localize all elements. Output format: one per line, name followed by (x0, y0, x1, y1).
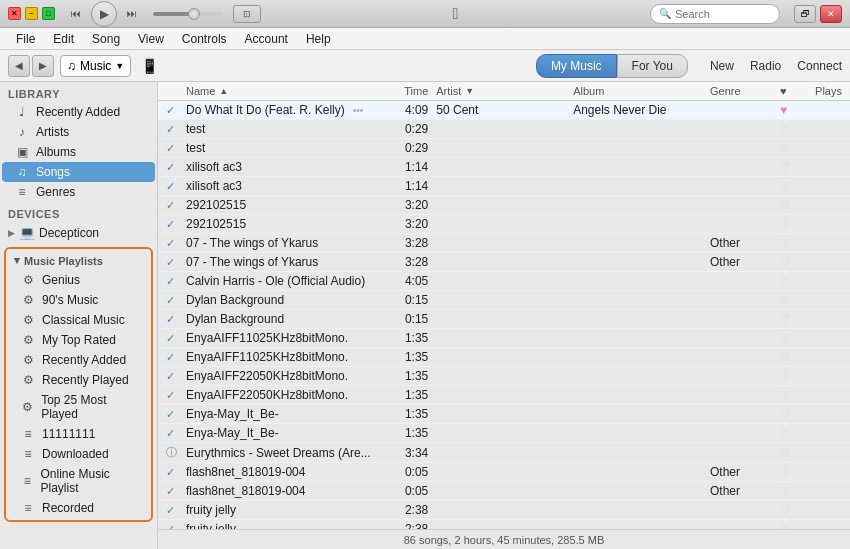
heart-icon[interactable]: ♡ (780, 408, 790, 420)
table-row[interactable]: ✓ Dylan Background 0:15 ♡ (158, 291, 850, 310)
heart-icon[interactable]: ♡ (780, 294, 790, 306)
table-row[interactable]: ✓ 292102515 3:20 ♡ (158, 215, 850, 234)
search-input[interactable] (675, 8, 771, 20)
sidebar-item-downloaded[interactable]: ≡ Downloaded (8, 444, 149, 464)
heart-icon[interactable]: ♡ (780, 256, 790, 268)
col-header-name[interactable]: Name ▲ (186, 85, 391, 97)
sidebar-item-recorded[interactable]: ≡ Recorded (8, 498, 149, 518)
heart-icon[interactable]: ♡ (780, 123, 790, 135)
sidebar-item-my-top-rated[interactable]: ⚙ My Top Rated (8, 330, 149, 350)
forward-button[interactable]: ▶ (32, 55, 54, 77)
heart-icon[interactable]: ♡ (780, 275, 790, 287)
col-header-album[interactable]: Album (573, 85, 710, 97)
menu-help[interactable]: Help (298, 30, 339, 48)
sidebar-item-decepticon[interactable]: ▶ 💻 Decepticon (0, 222, 157, 243)
more-options-icon[interactable]: ••• (353, 105, 364, 116)
restore-button[interactable]: 🗗 (794, 5, 816, 23)
heart-icon[interactable]: ♥ (780, 103, 787, 117)
table-row[interactable]: ✓ EnyaAIFF11025KHz8bitMono. 1:35 ♡ (158, 329, 850, 348)
heart-icon[interactable]: ♡ (780, 389, 790, 401)
col-header-artist[interactable]: Artist ▼ (436, 85, 573, 97)
heart-icon[interactable]: ♡ (780, 427, 790, 439)
heart-icon[interactable]: ♡ (780, 447, 790, 459)
song-heart-cell[interactable]: ♡ (780, 293, 802, 307)
table-row[interactable]: ✓ fruity jelly 2:38 ♡ (158, 501, 850, 520)
fast-forward-button[interactable]: ⏭ (121, 3, 143, 25)
song-heart-cell[interactable]: ♡ (780, 388, 802, 402)
heart-icon[interactable]: ♡ (780, 313, 790, 325)
back-button[interactable]: ◀ (8, 55, 30, 77)
song-heart-cell[interactable]: ♡ (780, 503, 802, 517)
heart-icon[interactable]: ♡ (780, 142, 790, 154)
menu-file[interactable]: File (8, 30, 43, 48)
sidebar-item-albums[interactable]: ▣ Albums (2, 142, 155, 162)
menu-edit[interactable]: Edit (45, 30, 82, 48)
tab-my-music[interactable]: My Music (536, 54, 617, 78)
table-row[interactable]: ✓ Do What It Do (Feat. R. Kelly) ••• 4:0… (158, 101, 850, 120)
song-heart-cell[interactable]: ♡ (780, 350, 802, 364)
song-heart-cell[interactable]: ♡ (780, 141, 802, 155)
sidebar-item-songs[interactable]: ♫ Songs (2, 162, 155, 182)
song-heart-cell[interactable]: ♡ (780, 160, 802, 174)
tab-for-you[interactable]: For You (617, 54, 688, 78)
heart-icon[interactable]: ♡ (780, 332, 790, 344)
table-row[interactable]: ✓ xilisoft ac3 1:14 ♡ (158, 158, 850, 177)
sidebar-item-online-music-playlist[interactable]: ≡ Online Music Playlist (8, 464, 149, 498)
table-row[interactable]: ✓ Enya-May_It_Be- 1:35 ♡ (158, 424, 850, 443)
sidebar-item-90s-music[interactable]: ⚙ 90's Music (8, 290, 149, 310)
song-heart-cell[interactable]: ♡ (780, 274, 802, 288)
sidebar-item-recently-added[interactable]: ♩ Recently Added (2, 102, 155, 122)
song-heart-cell[interactable]: ♡ (780, 446, 802, 460)
sidebar-item-11111111[interactable]: ≡ 11111111 (8, 424, 149, 444)
location-selector[interactable]: ♫ Music ▼ (60, 55, 131, 77)
close-button[interactable]: ✕ (8, 7, 21, 20)
play-pause-button[interactable]: ▶ (91, 1, 117, 27)
menu-account[interactable]: Account (237, 30, 296, 48)
song-heart-cell[interactable]: ♡ (780, 217, 802, 231)
sidebar-item-classical-music[interactable]: ⚙ Classical Music (8, 310, 149, 330)
table-row[interactable]: ✓ 07 - The wings of Ykarus 3:28 Other ♡ (158, 234, 850, 253)
sidebar-item-artists[interactable]: ♪ Artists (2, 122, 155, 142)
rewind-button[interactable]: ⏮ (65, 3, 87, 25)
table-row[interactable]: ✓ Enya-May_It_Be- 1:35 ♡ (158, 405, 850, 424)
tab-radio[interactable]: Radio (750, 59, 781, 73)
song-heart-cell[interactable]: ♡ (780, 312, 802, 326)
table-row[interactable]: ✓ fruity jelly 2:38 ♡ (158, 520, 850, 529)
col-header-plays[interactable]: Plays (802, 85, 842, 97)
col-header-time[interactable]: Time (391, 85, 436, 97)
table-row[interactable]: ✓ EnyaAIFF22050KHz8bitMono. 1:35 ♡ (158, 386, 850, 405)
menu-song[interactable]: Song (84, 30, 128, 48)
song-heart-cell[interactable]: ♡ (780, 465, 802, 479)
table-row[interactable]: ⓘ Eurythmics - Sweet Dreams (Are... 3:34… (158, 443, 850, 463)
table-row[interactable]: ✓ flash8net_818019-004 0:05 Other ♡ (158, 482, 850, 501)
heart-icon[interactable]: ♡ (780, 199, 790, 211)
song-heart-cell[interactable]: ♡ (780, 369, 802, 383)
heart-icon[interactable]: ♡ (780, 351, 790, 363)
menu-controls[interactable]: Controls (174, 30, 235, 48)
song-heart-cell[interactable]: ♡ (780, 198, 802, 212)
song-heart-cell[interactable]: ♥ (780, 103, 802, 117)
playlists-header[interactable]: ▾ Music Playlists (6, 251, 151, 270)
song-heart-cell[interactable]: ♡ (780, 179, 802, 193)
heart-icon[interactable]: ♡ (780, 237, 790, 249)
search-box[interactable]: 🔍 (650, 4, 780, 24)
sidebar-item-genres[interactable]: ≡ Genres (2, 182, 155, 202)
table-row[interactable]: ✓ flash8net_818019-004 0:05 Other ♡ (158, 463, 850, 482)
table-row[interactable]: ✓ EnyaAIFF22050KHz8bitMono. 1:35 ♡ (158, 367, 850, 386)
table-row[interactable]: ✓ 292102515 3:20 ♡ (158, 196, 850, 215)
song-heart-cell[interactable]: ♡ (780, 407, 802, 421)
winclose-button[interactable]: ✕ (820, 5, 842, 23)
table-row[interactable]: ✓ Calvin Harris - Ole (Official Audio) 4… (158, 272, 850, 291)
table-row[interactable]: ✓ test 0:29 ♡ (158, 139, 850, 158)
sidebar-item-top25[interactable]: ⚙ Top 25 Most Played (8, 390, 149, 424)
table-row[interactable]: ✓ Dylan Background 0:15 ♡ (158, 310, 850, 329)
table-row[interactable]: ✓ 07 - The wings of Ykarus 3:28 Other ♡ (158, 253, 850, 272)
heart-icon[interactable]: ♡ (780, 370, 790, 382)
heart-icon[interactable]: ♡ (780, 504, 790, 516)
song-heart-cell[interactable]: ♡ (780, 236, 802, 250)
volume-slider[interactable] (153, 12, 223, 16)
table-row[interactable]: ✓ test 0:29 ♡ (158, 120, 850, 139)
tab-new[interactable]: New (710, 59, 734, 73)
heart-icon[interactable]: ♡ (780, 180, 790, 192)
heart-icon[interactable]: ♡ (780, 485, 790, 497)
